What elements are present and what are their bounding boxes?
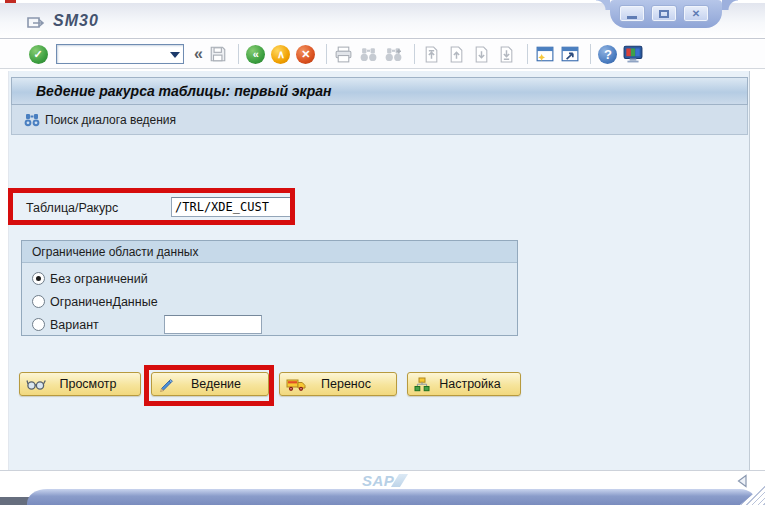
view-button[interactable]: Просмотр [19, 372, 141, 396]
transaction-code-title: SM30 [53, 12, 99, 30]
command-input[interactable] [57, 46, 183, 64]
radio-row-variant[interactable]: Вариант [32, 313, 517, 336]
sap-gui-window: SM30 ✕ ✓ « « ∧ ✕ [0, 0, 765, 505]
close-button[interactable]: ✕ [683, 5, 709, 22]
binoculars-icon [24, 113, 40, 127]
screen-area: Ведение ракурса таблицы: первый экран По… [8, 71, 750, 470]
screen-title-text: Ведение ракурса таблицы: первый экран [36, 83, 331, 99]
window-bottom-band [27, 489, 756, 505]
standard-toolbar: ✓ « « ∧ ✕ [0, 40, 765, 69]
maintain-button[interactable]: Ведение [151, 372, 269, 396]
screen-title: Ведение ракурса таблицы: первый экран [11, 77, 748, 105]
close-icon: ✕ [692, 8, 700, 19]
data-restriction-groupbox: Ограничение области данных Без ограничен… [21, 240, 518, 336]
exit-icon[interactable]: ∧ [270, 43, 292, 65]
maintain-button-label: Ведение [174, 377, 268, 391]
last-page-icon[interactable] [496, 43, 518, 65]
radio-row-restrict-data[interactable]: ОграниченДанные [32, 290, 517, 313]
radio-no-restriction[interactable] [32, 272, 45, 285]
glasses-icon [26, 378, 46, 391]
radio-variant[interactable] [32, 318, 45, 331]
minimize-button[interactable] [619, 5, 645, 22]
maximize-icon [659, 10, 669, 18]
toolbar-separator [326, 44, 327, 64]
chevron-down-icon[interactable] [170, 52, 180, 58]
find-maintenance-dialog-label: Поиск диалога ведения [45, 113, 176, 127]
annotation-fragment [5, 0, 16, 3]
transport-button-label: Перенос [306, 377, 396, 391]
table-view-row: Таблица/Ракурс [18, 194, 295, 223]
toolbar-separator [414, 44, 415, 64]
find-next-icon[interactable] [383, 43, 405, 65]
hierarchy-icon [414, 377, 430, 392]
first-page-icon[interactable] [421, 43, 443, 65]
minimize-icon [627, 16, 637, 19]
create-shortcut-icon[interactable] [559, 43, 581, 65]
variant-input[interactable] [164, 315, 262, 334]
customizing-button-label: Настройка [430, 377, 520, 391]
status-bar: SAP [0, 470, 765, 490]
table-view-input[interactable] [171, 197, 291, 217]
new-session-icon[interactable] [534, 43, 556, 65]
table-view-label: Таблица/Ракурс [26, 201, 118, 215]
radio-label: ОграниченДанные [50, 295, 158, 309]
groupbox-body: Без ограничений ОграниченДанные Вариант [22, 263, 517, 336]
customize-layout-icon[interactable] [622, 43, 644, 65]
transport-button[interactable]: Перенос [279, 372, 397, 396]
maximize-button[interactable] [651, 5, 677, 22]
truck-icon [286, 377, 306, 392]
radio-restrict-data[interactable] [32, 295, 45, 308]
interaction-menu-icon[interactable] [27, 15, 47, 30]
sap-logo-text: SAP [362, 472, 394, 489]
toolbar-separator [590, 44, 591, 64]
previous-page-icon[interactable] [446, 43, 468, 65]
back-icon[interactable]: « [245, 43, 267, 65]
view-button-label: Просмотр [46, 377, 140, 391]
find-maintenance-dialog-button[interactable]: Поиск диалога ведения [24, 113, 176, 127]
collapse-chevrons-icon[interactable]: « [194, 45, 203, 63]
toolbar-separator [238, 44, 239, 64]
cancel-icon[interactable]: ✕ [295, 43, 317, 65]
groupbox-title: Ограничение области данных [22, 241, 517, 263]
toolbar-separator [527, 44, 528, 64]
save-icon[interactable] [207, 43, 229, 65]
pencil-icon [158, 376, 174, 392]
command-field[interactable] [56, 44, 184, 64]
next-page-icon[interactable] [471, 43, 493, 65]
window-controls: ✕ [610, 0, 722, 28]
print-icon[interactable] [333, 43, 355, 65]
radio-row-no-restriction[interactable]: Без ограничений [32, 267, 517, 290]
enter-check-icon[interactable]: ✓ [27, 43, 49, 65]
radio-label: Без ограничений [50, 272, 148, 286]
radio-label: Вариант [50, 318, 99, 332]
sap-logo: SAP [362, 472, 404, 489]
help-icon[interactable]: ? [597, 43, 619, 65]
customizing-button[interactable]: Настройка [407, 372, 521, 396]
application-toolbar: Поиск диалога ведения [11, 105, 748, 135]
find-icon[interactable] [358, 43, 380, 65]
